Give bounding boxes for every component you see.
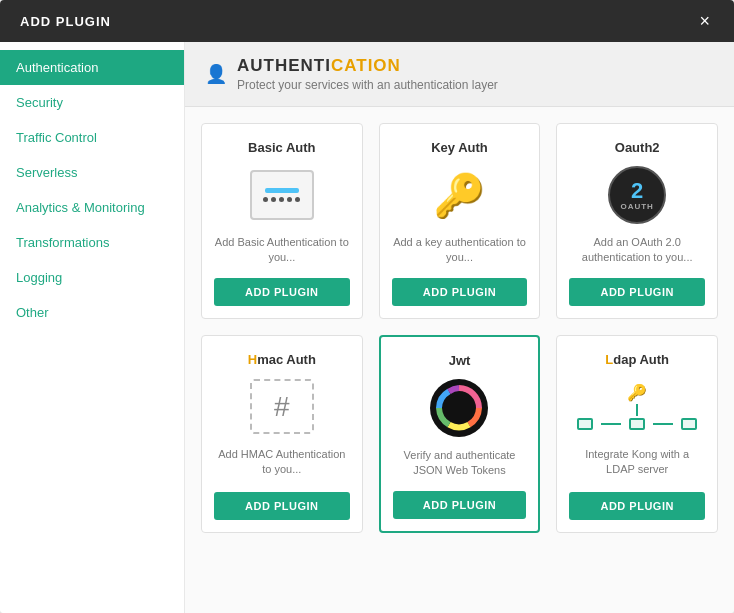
plugin-card-basic-auth: Basic Auth A [201, 123, 363, 319]
plugin-desc-jwt: Verify and authenticate JSON Web Tokens [393, 448, 527, 479]
add-plugin-button-hmac-auth[interactable]: ADD PLUGIN [214, 492, 350, 520]
hmac-highlight: H [248, 352, 257, 367]
key-icon: 🔑 [433, 171, 485, 220]
sidebar-item-security[interactable]: Security [0, 85, 184, 120]
plugin-icon-hmac-auth: # [242, 377, 322, 437]
plugin-title-oauth2: Oauth2 [615, 140, 660, 155]
close-button[interactable]: × [695, 10, 714, 32]
sidebar-item-traffic-control[interactable]: Traffic Control [0, 120, 184, 155]
section-header: 👤 AUTHENTICATION Protect your services w… [185, 42, 734, 107]
plugin-title-key-auth: Key Auth [431, 140, 488, 155]
jwt-badge [430, 379, 488, 437]
modal-title: ADD PLUGIN [20, 14, 111, 29]
section-title-highlight: CATION [331, 56, 401, 75]
modal-header: ADD PLUGIN × [0, 0, 734, 42]
ldap-highlight: L [605, 352, 613, 367]
add-plugin-button-ldap-auth[interactable]: ADD PLUGIN [569, 492, 705, 520]
plugin-icon-key-auth: 🔑 [419, 165, 499, 225]
plugin-icon-ldap-auth: 🔑 [597, 377, 677, 437]
sidebar-item-logging[interactable]: Logging [0, 260, 184, 295]
plugins-grid: Basic Auth A [185, 107, 734, 549]
plugin-title-jwt: Jwt [449, 353, 471, 368]
sidebar: Authentication Security Traffic Control … [0, 42, 185, 613]
add-plugin-button-jwt[interactable]: ADD PLUGIN [393, 491, 527, 519]
plugin-desc-basic-auth: Add Basic Authentication to you... [214, 235, 350, 266]
sidebar-item-other[interactable]: Other [0, 295, 184, 330]
plugin-desc-oauth2: Add an OAuth 2.0 authentication to you..… [569, 235, 705, 266]
user-icon: 👤 [205, 63, 227, 85]
plugin-desc-ldap-auth: Integrate Kong with a LDAP server [569, 447, 705, 480]
plugin-icon-basic-auth [242, 165, 322, 225]
add-plugin-button-basic-auth[interactable]: ADD PLUGIN [214, 278, 350, 306]
plugin-card-hmac-auth: Hmac Auth # Add HMAC Authentication to y… [201, 335, 363, 533]
modal-body: Authentication Security Traffic Control … [0, 42, 734, 613]
jwt-spinner-icon [435, 384, 483, 432]
plugin-title-hmac-auth: Hmac Auth [248, 352, 316, 367]
plugin-card-key-auth: Key Auth 🔑 Add a key authentication to y… [379, 123, 541, 319]
plugin-icon-jwt [419, 378, 499, 438]
sidebar-item-analytics-monitoring[interactable]: Analytics & Monitoring [0, 190, 184, 225]
add-plugin-button-key-auth[interactable]: ADD PLUGIN [392, 278, 528, 306]
sidebar-item-serverless[interactable]: Serverless [0, 155, 184, 190]
modal: ADD PLUGIN × Authentication Security Tra… [0, 0, 734, 613]
section-subtitle: Protect your services with an authentica… [237, 78, 498, 92]
plugin-icon-oauth2: 2 OAUTH [597, 165, 677, 225]
section-title: AUTHENTICATION [237, 56, 498, 76]
plugin-title-basic-auth: Basic Auth [248, 140, 315, 155]
plugin-title-ldap-auth: Ldap Auth [605, 352, 669, 367]
sidebar-item-transformations[interactable]: Transformations [0, 225, 184, 260]
plugin-card-ldap-auth: Ldap Auth 🔑 [556, 335, 718, 533]
oauth2-badge: 2 OAUTH [608, 166, 666, 224]
main-content: 👤 AUTHENTICATION Protect your services w… [185, 42, 734, 613]
plugin-desc-hmac-auth: Add HMAC Authentication to you... [214, 447, 350, 480]
plugin-desc-key-auth: Add a key authentication to you... [392, 235, 528, 266]
sidebar-item-authentication[interactable]: Authentication [0, 50, 184, 85]
hash-icon: # [250, 379, 314, 434]
add-plugin-button-oauth2[interactable]: ADD PLUGIN [569, 278, 705, 306]
plugin-card-jwt: Jwt [379, 335, 541, 533]
plugin-card-oauth2: Oauth2 2 OAUTH Add an OAuth 2.0 authenti… [556, 123, 718, 319]
ldap-network-icon: 🔑 [602, 379, 672, 434]
